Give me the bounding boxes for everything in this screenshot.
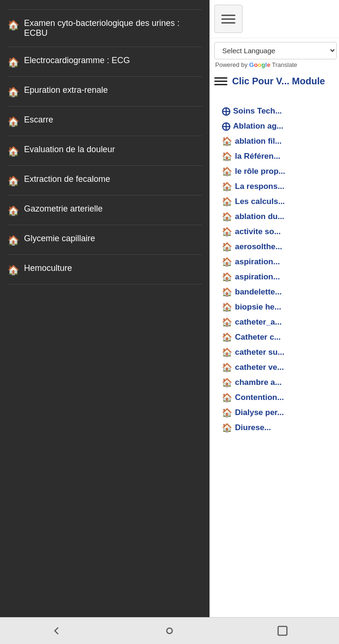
home-icon-6: 🏠	[222, 181, 232, 192]
list-item-text-4: la Référen...	[235, 152, 280, 161]
main-panel: Select Language Powered by Google Transl…	[210, 0, 339, 617]
list-item-text-15: catheter_a...	[235, 318, 282, 327]
sidebar-item-5[interactable]: 🏠Extraction de fecalome	[8, 166, 202, 196]
sidebar-item-2[interactable]: 🏠Epuration extra-renale	[8, 77, 202, 106]
top-bar	[210, 0, 339, 38]
home-icon-9: 🏠	[222, 227, 232, 237]
home-icon-5: 🏠	[222, 166, 232, 177]
home-icon-4: 🏠	[222, 151, 232, 162]
home-icon-15: 🏠	[222, 317, 232, 327]
svg-rect-1	[278, 627, 287, 636]
powered-by-label: Powered by	[215, 61, 248, 68]
hamburger-line-1	[221, 15, 235, 16]
sidebar-item-0[interactable]: 🏠Examen cyto-bacteriologique des urines …	[8, 9, 202, 47]
list-item-text-2: Ablation ag...	[233, 122, 283, 131]
list-item-2[interactable]: ⨁Ablation ag...	[222, 119, 339, 134]
list-item-18[interactable]: 🏠catheter ve...	[222, 360, 339, 375]
list-item-22[interactable]: 🏠Diurese...	[222, 420, 339, 435]
sidebar-item-label-7: Glycemie capillaire	[24, 234, 95, 244]
home-icon-20: 🏠	[222, 392, 232, 403]
sidebar-item-label-0: Examen cyto-bacteriologique des urines :…	[24, 18, 202, 38]
hamburger-line-2	[221, 18, 235, 20]
list-item-text-5: le rôle prop...	[235, 167, 285, 176]
home-icon-21: 🏠	[222, 408, 232, 418]
sidebar-home-icon-7: 🏠	[8, 235, 19, 246]
list-item-text-8: ablation du...	[235, 212, 284, 221]
list-item-1[interactable]: ⨁Soins Tech...	[222, 104, 339, 119]
sidebar-item-label-2: Epuration extra-renale	[24, 85, 108, 95]
sidebar-item-label-3: Escarre	[24, 115, 53, 125]
home-icon-8: 🏠	[222, 212, 232, 222]
list-item-9[interactable]: 🏠activite so...	[222, 224, 339, 239]
list-item-3[interactable]: 🏠ablation fil...	[222, 134, 339, 149]
sidebar-item-3[interactable]: 🏠Escarre	[8, 106, 202, 136]
sidebar-item-7[interactable]: 🏠Glycemie capillaire	[8, 225, 202, 255]
list-item-text-10: aerosolthe...	[235, 242, 282, 252]
home-icon-22: 🏠	[222, 423, 232, 433]
home-icon-3: 🏠	[222, 136, 232, 147]
sidebar-home-icon-4: 🏠	[8, 146, 19, 157]
svg-point-0	[167, 628, 172, 634]
sidebar-item-label-4: Evaluation de la douleur	[24, 145, 115, 155]
list-item-20[interactable]: 🏠Contention...	[222, 390, 339, 405]
language-select[interactable]: Select Language	[214, 42, 337, 59]
list-item-14[interactable]: 🏠biopsie he...	[222, 300, 339, 315]
list-item-text-1: Soins Tech...	[233, 106, 282, 116]
sidebar-item-6[interactable]: 🏠Gazometrie arterielle	[8, 196, 202, 225]
hamburger-button[interactable]	[214, 5, 242, 33]
list-item-15[interactable]: 🏠catheter_a...	[222, 315, 339, 330]
list-item-text-17: catheter su...	[235, 348, 284, 357]
sidebar-item-label-1: Electrocardiogramme : ECG	[24, 56, 130, 65]
list-item-17[interactable]: 🏠catheter su...	[222, 345, 339, 360]
list-item-16[interactable]: 🏠Catheter c...	[222, 330, 339, 345]
list-item-7[interactable]: 🏠Les calculs...	[222, 194, 339, 209]
list-item-5[interactable]: 🏠le rôle prop...	[222, 164, 339, 179]
list-item-text-16: Catheter c...	[235, 333, 281, 342]
back-button[interactable]	[42, 621, 71, 640]
home-icon-13: 🏠	[222, 287, 232, 297]
recent-button[interactable]	[268, 621, 297, 640]
list-item-21[interactable]: 🏠Dialyse per...	[222, 405, 339, 420]
bottom-nav	[0, 617, 339, 644]
list-item-text-9: activite so...	[235, 227, 281, 236]
sidebar-item-4[interactable]: 🏠Evaluation de la douleur	[8, 136, 202, 166]
list-item-19[interactable]: 🏠chambre a...	[222, 375, 339, 390]
module-icon-line-1	[214, 77, 227, 79]
module-icon-line-2	[214, 81, 227, 82]
list-item-12[interactable]: 🏠aspiration...	[222, 269, 339, 285]
sidebar-item-label-8: Hemoculture	[24, 263, 72, 273]
back-icon	[50, 624, 63, 637]
sidebar-item-8[interactable]: 🏠Hemoculture	[8, 255, 202, 285]
module-link[interactable]: Clic Pour V... Module	[232, 76, 325, 87]
sidebar: 🏠Examen cyto-bacteriologique des urines …	[0, 0, 210, 617]
list-item-text-18: catheter ve...	[235, 363, 284, 372]
list-item-13[interactable]: 🏠bandelette...	[222, 285, 339, 300]
list-item-text-3: ablation fil...	[235, 137, 282, 146]
recent-icon	[276, 624, 289, 637]
sidebar-home-icon-5: 🏠	[8, 175, 19, 187]
home-icon-16: 🏠	[222, 332, 232, 342]
list-item-text-14: biopsie he...	[235, 302, 281, 312]
list-item-0	[222, 90, 339, 104]
home-icon-17: 🏠	[222, 347, 232, 358]
list-item-4[interactable]: 🏠la Référen...	[222, 149, 339, 164]
list-item-6[interactable]: 🏠La respons...	[222, 179, 339, 194]
list-item-text-7: Les calculs...	[235, 197, 285, 206]
sidebar-home-icon-0: 🏠	[8, 19, 19, 31]
list-item-10[interactable]: 🏠aerosolthe...	[222, 239, 339, 254]
list-item-text-13: bandelette...	[235, 287, 282, 297]
home-button[interactable]	[155, 621, 184, 640]
module-icon	[214, 77, 227, 85]
cross-icon-1: ⨁	[222, 106, 230, 116]
sidebar-home-icon-3: 🏠	[8, 116, 19, 127]
hamburger-line-3	[221, 22, 235, 24]
translate-label: Translate	[272, 61, 298, 68]
sidebar-item-1[interactable]: 🏠Electrocardiogramme : ECG	[8, 47, 202, 77]
list-item-text-12: aspiration...	[235, 272, 280, 282]
list-item-text-6: La respons...	[235, 182, 284, 191]
home-icon-11: 🏠	[222, 257, 232, 267]
list-item-11[interactable]: 🏠aspiration...	[222, 254, 339, 269]
list-item-8[interactable]: 🏠ablation du...	[222, 209, 339, 224]
list-item-text-22: Diurese...	[235, 423, 271, 432]
language-bar: Select Language Powered by Google Transl…	[210, 38, 339, 71]
